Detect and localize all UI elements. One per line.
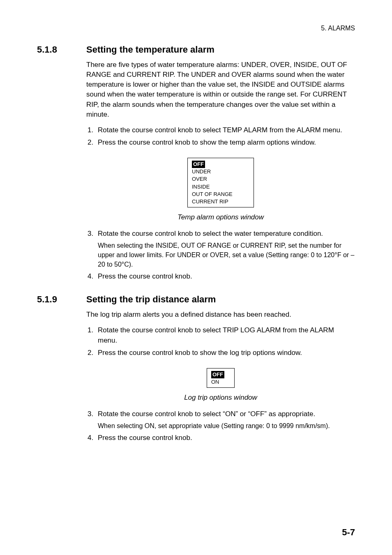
s519-step4: Press the course control knob. xyxy=(95,433,355,443)
s519-step3-text: Rotate the course control knob to select… xyxy=(98,410,315,418)
s519-step2: Press the course control knob to show th… xyxy=(95,348,355,358)
section-519-intro: The log trip alarm alerts you a defined … xyxy=(86,310,355,320)
page-number: 5-7 xyxy=(342,527,355,538)
temp-figure-caption: Temp alarm options window xyxy=(178,213,264,221)
section-519-steps-3-4: Rotate the course control knob to select… xyxy=(86,409,355,443)
s518-step2: Press the course control knob to show th… xyxy=(95,138,355,148)
section-519-number: 5.1.9 xyxy=(37,294,86,305)
temp-alarm-options-figure: OFF UNDER OVER INSIDE OUT OF RANGE CURRE… xyxy=(86,154,355,221)
s519-step1: Rotate the course control knob to select… xyxy=(95,325,355,345)
section-518-steps-1-2: Rotate the course control knob to select… xyxy=(86,125,355,148)
trip-options-figure: OFF ON Log trip options window xyxy=(86,364,355,402)
trip-option-on: ON xyxy=(211,378,230,386)
s518-step4: Press the course control knob. xyxy=(95,272,355,282)
s518-step3: Rotate the course control knob to select… xyxy=(95,229,355,269)
section-519-title: Setting the trip distance alarm xyxy=(86,294,216,305)
s519-step3: Rotate the course control knob to select… xyxy=(95,409,355,431)
s519-step3-note: When selecting ON, set appropriate value… xyxy=(98,421,355,431)
s518-step3-note: When selecting the INSIDE, OUT OF RANGE … xyxy=(98,241,355,269)
s518-step3-text: Rotate the course control knob to select… xyxy=(98,230,323,237)
section-518: 5.1.8 Setting the temperature alarm Ther… xyxy=(37,44,355,282)
temp-option-off: OFF xyxy=(192,161,205,168)
section-518-intro: There are five types of water temperatur… xyxy=(86,60,355,120)
trip-figure-caption: Log trip options window xyxy=(184,394,257,402)
section-518-steps-3-4: Rotate the course control knob to select… xyxy=(86,229,355,282)
temp-option-over: OVER xyxy=(192,175,249,183)
chapter-header: 5. ALARMS xyxy=(37,25,355,32)
trip-option-off: OFF xyxy=(211,371,224,378)
section-518-title: Setting the temperature alarm xyxy=(86,44,214,55)
trip-options-box: OFF ON xyxy=(207,368,235,388)
temp-alarm-options-box: OFF UNDER OVER INSIDE OUT OF RANGE CURRE… xyxy=(187,158,254,207)
temp-option-under: UNDER xyxy=(192,168,249,175)
s518-step1: Rotate the course control knob to select… xyxy=(95,125,355,136)
section-519: 5.1.9 Setting the trip distance alarm Th… xyxy=(37,294,355,443)
section-518-number: 5.1.8 xyxy=(37,44,86,55)
temp-option-current-rip: CURRENT RIP xyxy=(192,198,249,205)
temp-option-inside: INSIDE xyxy=(192,183,249,191)
section-519-steps-1-2: Rotate the course control knob to select… xyxy=(86,325,355,358)
temp-option-out-of-range: OUT OF RANGE xyxy=(192,191,249,198)
